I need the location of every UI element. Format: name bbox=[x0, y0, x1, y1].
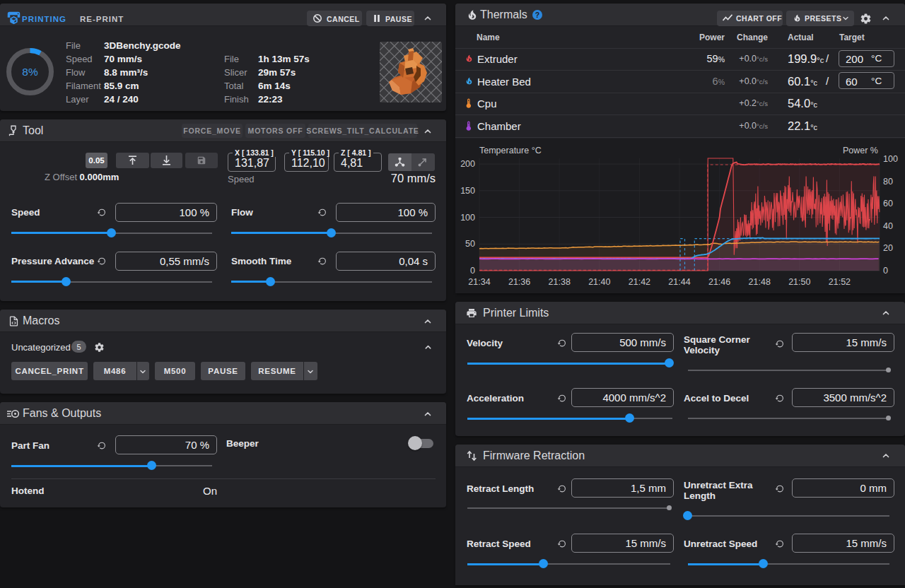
svg-text:100: 100 bbox=[883, 154, 898, 164]
svg-text:21:52: 21:52 bbox=[829, 277, 851, 287]
svg-text:8%: 8% bbox=[22, 66, 38, 78]
svg-text:21:34: 21:34 bbox=[468, 277, 490, 287]
svg-text:150: 150 bbox=[460, 186, 475, 196]
svg-text:20: 20 bbox=[883, 243, 893, 253]
svg-text:21:46: 21:46 bbox=[708, 277, 730, 287]
svg-text:21:44: 21:44 bbox=[668, 277, 690, 287]
svg-text:0: 0 bbox=[883, 266, 888, 276]
svg-text:80: 80 bbox=[883, 177, 893, 187]
svg-text:Power %: Power % bbox=[843, 146, 878, 155]
svg-text:Temperature °C: Temperature °C bbox=[479, 146, 542, 155]
svg-text:100: 100 bbox=[460, 213, 475, 223]
svg-text:21:36: 21:36 bbox=[508, 277, 530, 287]
svg-text:50: 50 bbox=[465, 239, 475, 249]
svg-text:60: 60 bbox=[883, 199, 893, 208]
svg-text:21:38: 21:38 bbox=[549, 277, 571, 287]
svg-text:21:48: 21:48 bbox=[749, 277, 771, 287]
svg-text:40: 40 bbox=[883, 221, 893, 231]
svg-text:200: 200 bbox=[460, 159, 475, 169]
svg-text:0: 0 bbox=[470, 266, 475, 276]
svg-text:21:42: 21:42 bbox=[629, 277, 650, 287]
svg-text:21:40: 21:40 bbox=[588, 277, 610, 287]
svg-text:21:50: 21:50 bbox=[788, 277, 810, 287]
